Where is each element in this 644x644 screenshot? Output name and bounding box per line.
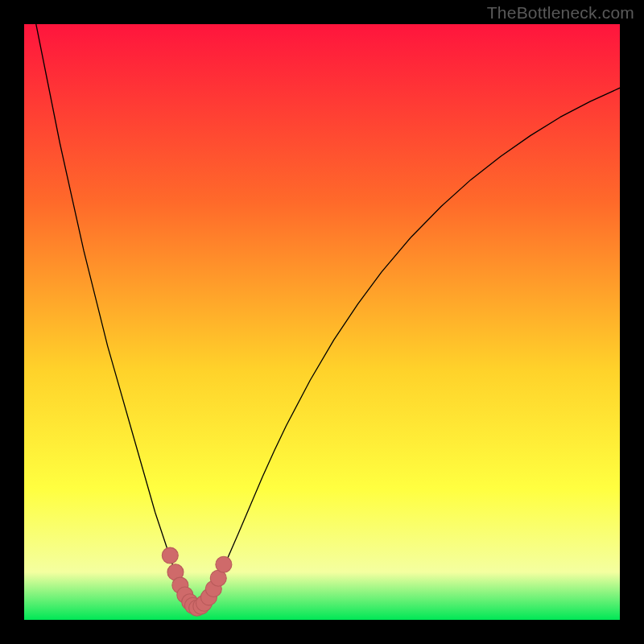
optimal-marker [162, 547, 178, 564]
optimal-marker [216, 556, 232, 572]
gradient-background [24, 24, 620, 620]
bottleneck-chart [24, 24, 620, 620]
chart-frame: TheBottleneck.com [0, 0, 644, 644]
watermark-text: TheBottleneck.com [487, 3, 634, 23]
